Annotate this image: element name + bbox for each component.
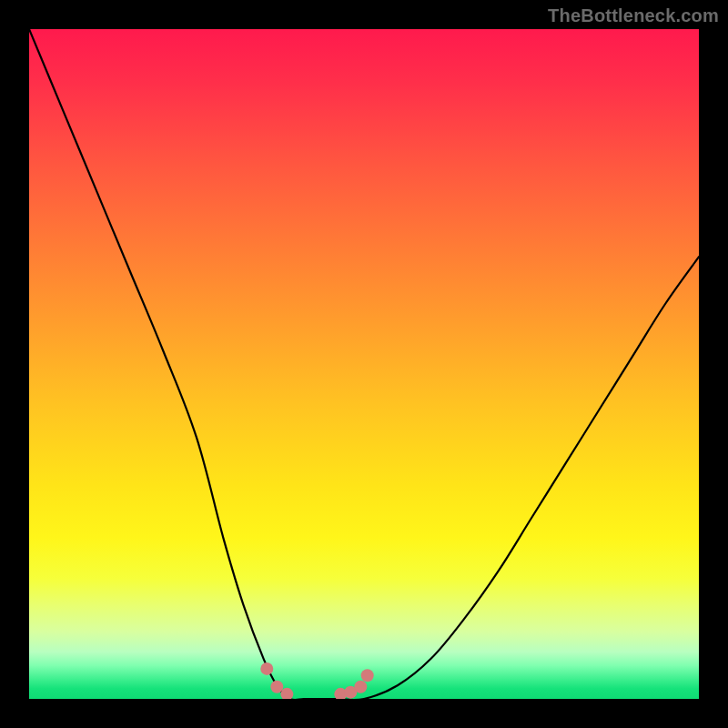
watermark-text: TheBottleneck.com bbox=[548, 5, 719, 26]
trough-marker bbox=[361, 669, 374, 682]
trough-marker bbox=[260, 662, 273, 675]
chart-frame: TheBottleneck.com bbox=[0, 0, 728, 728]
trough-markers bbox=[260, 662, 373, 699]
plot-area bbox=[29, 29, 699, 699]
bottleneck-curve bbox=[29, 29, 699, 699]
curve-layer bbox=[29, 29, 699, 699]
trough-marker bbox=[354, 681, 367, 693]
